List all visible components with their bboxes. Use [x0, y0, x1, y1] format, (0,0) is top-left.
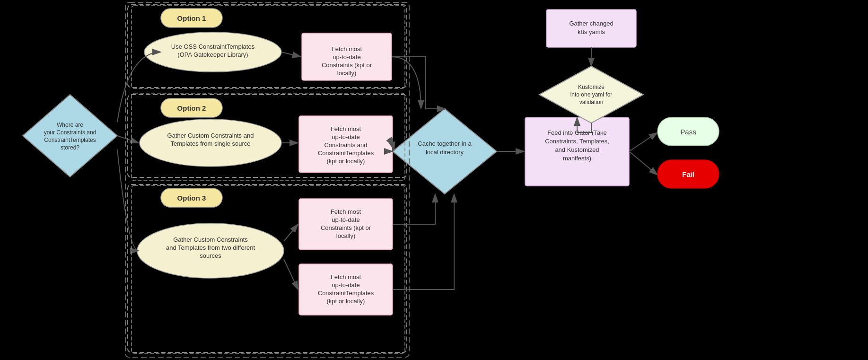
svg-text:and Templates from two differe: and Templates from two different	[166, 244, 255, 251]
svg-text:ConstraintTemplates: ConstraintTemplates	[44, 137, 96, 143]
svg-text:stored?: stored?	[61, 144, 79, 151]
svg-text:Fetch most: Fetch most	[332, 45, 362, 53]
svg-text:(kpt or locally): (kpt or locally)	[327, 298, 365, 305]
svg-text:Where are: Where are	[57, 122, 83, 128]
svg-text:and Kustomized: and Kustomized	[555, 146, 599, 153]
svg-text:(kpt or locally): (kpt or locally)	[327, 158, 365, 165]
svg-text:Option 3: Option 3	[177, 194, 206, 202]
svg-text:your Constraints and: your Constraints and	[44, 129, 96, 136]
svg-text:Fetch most: Fetch most	[331, 273, 361, 281]
svg-text:Gather changed: Gather changed	[569, 20, 613, 27]
svg-text:Pass: Pass	[680, 128, 696, 136]
svg-text:Fail: Fail	[682, 170, 694, 178]
svg-text:Fetch most: Fetch most	[331, 125, 361, 132]
svg-text:manifests): manifests)	[563, 155, 591, 162]
svg-text:Constraints and: Constraints and	[324, 141, 367, 149]
svg-text:ConstraintTemplates: ConstraintTemplates	[318, 149, 374, 157]
svg-text:up-to-date: up-to-date	[332, 281, 359, 289]
svg-text:validation: validation	[579, 99, 604, 105]
svg-text:k8s yamls: k8s yamls	[578, 28, 605, 35]
svg-text:Constraints (kpt or: Constraints (kpt or	[322, 61, 372, 69]
svg-text:into one yaml for: into one yaml for	[570, 91, 613, 98]
svg-text:up-to-date: up-to-date	[333, 53, 360, 61]
svg-text:sources: sources	[200, 252, 221, 259]
svg-text:local directory: local directory	[426, 149, 464, 156]
svg-text:Templates from single source: Templates from single source	[170, 140, 250, 147]
svg-text:Fetch most: Fetch most	[331, 208, 361, 215]
svg-text:Kustomize: Kustomize	[578, 84, 605, 90]
svg-text:Gather Custom Constraints and: Gather Custom Constraints and	[167, 132, 254, 139]
svg-text:(OPA Gatekeeper Library): (OPA Gatekeeper Library)	[177, 51, 248, 58]
svg-text:up-to-date: up-to-date	[332, 133, 359, 140]
flowchart-diagram: Option 1 Use OSS ConstraintTemplates (OP…	[0, 0, 868, 360]
svg-text:Cache together in a: Cache together in a	[418, 140, 472, 147]
svg-text:up-to-date: up-to-date	[332, 216, 359, 223]
svg-text:Gather Custom Constraints: Gather Custom Constraints	[173, 236, 248, 243]
svg-text:ConstraintTemplates: ConstraintTemplates	[318, 290, 374, 297]
svg-text:Constraints (kpt or: Constraints (kpt or	[321, 224, 371, 231]
option1-label: Option 1	[177, 14, 206, 22]
svg-text:locally): locally)	[337, 70, 356, 77]
svg-text:Constraints, Templates,: Constraints, Templates,	[545, 138, 609, 145]
svg-text:Option 2: Option 2	[177, 104, 206, 112]
svg-text:locally): locally)	[336, 232, 355, 239]
svg-text:Use OSS ConstraintTemplates: Use OSS ConstraintTemplates	[171, 43, 255, 50]
